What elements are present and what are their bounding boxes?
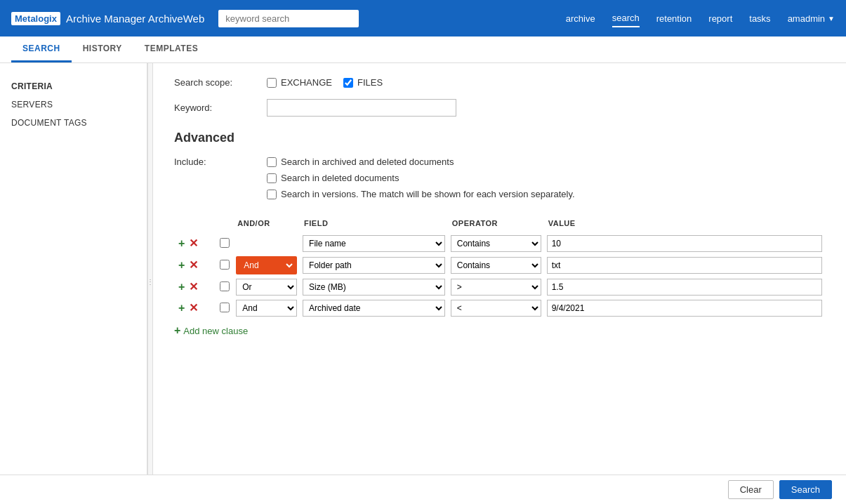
include-archived-deleted-text: Search in archived and deleted documents [281,157,454,167]
include-versions-text: Search in versions. The match will be sh… [281,189,575,199]
sidebar-item-servers[interactable]: SERVERS [11,95,136,114]
advanced-title: Advanced [174,131,825,145]
include-checkboxes: Search in archived and deleted documents… [267,157,575,199]
brand-title: Archive Manager ArchiveWeb [66,13,204,25]
clause-operator-select-3[interactable]: > < = [451,279,541,296]
clause-checkbox-3[interactable] [220,281,230,291]
nav-retention[interactable]: retention [656,11,692,27]
col-actions [174,216,217,233]
files-label: FILES [357,77,383,88]
clause-field-select-3[interactable]: File name Folder path Size (MB) Archived… [303,279,445,296]
keyword-label: Keyword: [174,102,258,113]
exchange-checkbox[interactable] [267,78,277,88]
clause-andor-select-4[interactable]: And Or [236,300,297,317]
add-new-clause-label: Add new clause [183,326,248,336]
clause-field-select-2[interactable]: File name Folder path Size (MB) Archived… [303,257,445,274]
clause-checkbox-2[interactable] [220,260,230,270]
include-label: Include: [174,157,258,199]
content-area: Search scope: EXCHANGE FILES Keyword: Ad… [153,63,846,500]
clause-value-input-4[interactable] [547,300,822,317]
chevron-down-icon: ▼ [828,15,835,22]
include-archived-deleted-label[interactable]: Search in archived and deleted documents [267,157,575,167]
nav-search[interactable]: search [612,10,640,27]
sidebar-item-criteria[interactable]: CRITERIA [11,77,136,95]
remove-clause-btn-1[interactable]: ✕ [187,238,199,249]
logo: Metalogix [11,12,60,25]
clause-section: AND/OR FIELD OPERATOR VALUE + ✕ [174,216,825,337]
include-versions-checkbox[interactable] [267,190,277,199]
include-versions-label[interactable]: Search in versions. The match will be sh… [267,189,575,199]
clause-field-select-4[interactable]: File name Folder path Size (MB) Archived… [303,300,445,317]
clause-andor-select-3[interactable]: And Or [236,279,297,296]
clause-actions-4: + ✕ [177,303,212,314]
tab-templates[interactable]: TEMPLATES [133,37,209,62]
include-section: Include: Search in archived and deleted … [174,157,825,199]
keyword-input[interactable] [267,99,456,117]
table-row: + ✕ And Or [174,298,825,319]
col-operator-header: OPERATOR [448,216,544,233]
clause-table: AND/OR FIELD OPERATOR VALUE + ✕ [174,216,825,319]
search-scope-label: Search scope: [174,77,258,88]
clause-operator-select-2[interactable]: Contains Does not contain Equals [451,257,541,274]
clause-checkbox-1[interactable] [220,238,230,248]
tabs-bar: SEARCH HISTORY TEMPLATES [0,37,846,63]
include-deleted-text: Search in deleted documents [281,173,399,183]
clause-actions-1: + ✕ [177,238,212,249]
clause-checkbox-4[interactable] [220,303,230,312]
col-field-header: FIELD [300,216,448,233]
add-clause-btn-3[interactable]: + [177,281,186,293]
search-scope-controls: EXCHANGE FILES [267,77,383,88]
nav-tasks[interactable]: tasks [749,11,770,27]
add-clause-btn-2[interactable]: + [177,260,186,271]
add-new-clause-btn[interactable]: + Add new clause [174,324,248,337]
col-value-header: VALUE [544,216,825,233]
table-row: + ✕ And Or [174,254,825,277]
sidebar-resizer[interactable]: ⋮ [147,63,153,500]
add-clause-btn-4[interactable]: + [177,303,186,314]
remove-clause-btn-3[interactable]: ✕ [187,281,199,293]
clause-actions-3: + ✕ [177,281,212,293]
main-layout: CRITERIA SERVERS DOCUMENT TAGS ⋮ Search … [0,63,846,500]
sidebar-item-document-tags[interactable]: DOCUMENT TAGS [11,114,136,132]
exchange-checkbox-label[interactable]: EXCHANGE [267,77,332,88]
search-button[interactable]: Search [779,480,832,499]
exchange-label: EXCHANGE [281,77,332,88]
clause-operator-select-1[interactable]: Contains Does not contain Equals [451,235,541,252]
include-deleted-label[interactable]: Search in deleted documents [267,173,575,183]
keyword-row: Keyword: [174,99,825,117]
table-row: + ✕ And Or [174,277,825,298]
footer: Clear Search [0,475,846,500]
add-new-clause-icon: + [174,324,180,337]
nav-archive[interactable]: archive [566,11,595,27]
clause-field-select-1[interactable]: File name Folder path Size (MB) Archived… [303,235,445,252]
clause-value-input-1[interactable] [547,235,822,252]
header: Metalogix Archive Manager ArchiveWeb arc… [0,0,846,37]
search-scope-row: Search scope: EXCHANGE FILES [174,77,825,88]
remove-clause-btn-4[interactable]: ✕ [187,303,199,314]
include-archived-deleted-checkbox[interactable] [267,157,277,167]
nav-amadmin[interactable]: amadmin ▼ [788,13,835,24]
table-row: + ✕ File name Folder path Size (MB) Ar [174,233,825,254]
brand: Metalogix Archive Manager ArchiveWeb [11,12,204,25]
clear-button[interactable]: Clear [728,480,774,499]
header-search[interactable] [218,10,359,27]
tab-search[interactable]: SEARCH [11,37,72,62]
clause-operator-select-4[interactable]: > < = [451,300,541,317]
col-checkbox [217,216,233,233]
sidebar: CRITERIA SERVERS DOCUMENT TAGS [0,63,147,500]
clause-actions-2: + ✕ [177,260,212,271]
col-andor-header: AND/OR [233,216,300,233]
files-checkbox[interactable] [343,78,353,88]
nav-report[interactable]: report [708,11,732,27]
add-clause-btn-1[interactable]: + [177,238,186,249]
include-deleted-checkbox[interactable] [267,173,277,183]
tab-history[interactable]: HISTORY [72,37,133,62]
clause-value-input-2[interactable] [547,257,822,274]
files-checkbox-label[interactable]: FILES [343,77,383,88]
remove-clause-btn-2[interactable]: ✕ [187,260,199,271]
clause-andor-select-2[interactable]: And Or [237,257,296,274]
clause-andor-highlight-2: And Or [236,256,297,274]
clause-value-input-3[interactable] [547,279,822,296]
keyword-search-input[interactable] [218,10,359,27]
header-nav: archive search retention report tasks am… [566,10,835,27]
